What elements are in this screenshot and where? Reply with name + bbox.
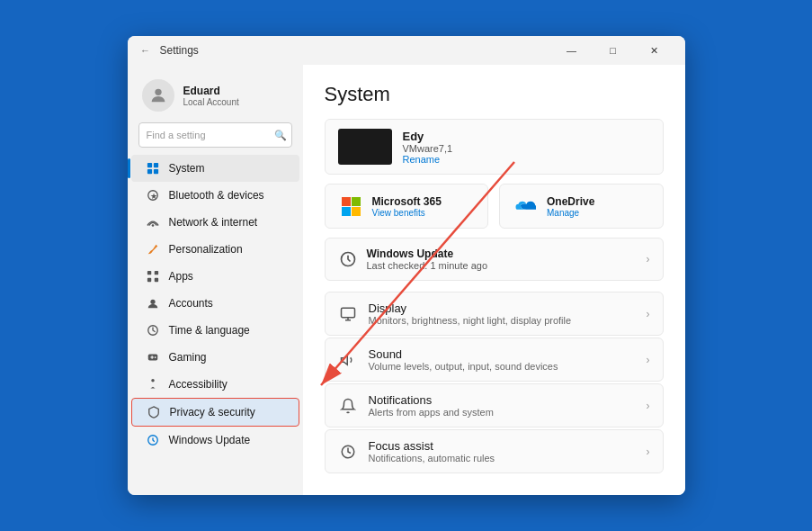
svg-rect-11 — [154, 278, 157, 282]
ms365-icon — [338, 194, 363, 219]
time-icon — [146, 323, 160, 338]
page-title: System — [325, 83, 664, 106]
nav-item-network[interactable]: Network & internet — [131, 209, 299, 236]
sound-icon — [338, 350, 358, 370]
update-sub: Last checked: 1 minute ago — [367, 260, 638, 271]
search-icon: 🔍 — [274, 130, 287, 141]
svg-rect-9 — [154, 271, 157, 274]
nav-label-bluetooth: Bluetooth & devices — [169, 189, 264, 202]
update-arrow-icon: › — [647, 253, 650, 266]
bluetooth-icon: ★ — [146, 188, 160, 202]
settings-window: ← Settings — □ ✕ — [128, 36, 685, 495]
nav-item-gaming[interactable]: Gaming — [131, 344, 299, 371]
svg-rect-23 — [352, 207, 361, 216]
user-icon — [148, 86, 168, 105]
close-button[interactable]: ✕ — [635, 36, 674, 65]
nav-item-accessibility[interactable]: Accessibility — [131, 371, 299, 398]
svg-rect-10 — [147, 278, 150, 282]
device-rename-link[interactable]: Rename — [403, 154, 650, 165]
notifications-text: Notifications Alerts from apps and syste… — [369, 393, 636, 418]
nav-label-time: Time & language — [169, 324, 250, 337]
onedrive-sub[interactable]: Manage — [547, 208, 650, 218]
nav-label-gaming: Gaming — [169, 351, 207, 364]
nav-item-windows-update[interactable]: Windows Update — [131, 427, 299, 454]
maximize-button[interactable]: □ — [593, 36, 633, 65]
ms365-card[interactable]: Microsoft 365 View benefits — [325, 184, 489, 229]
notifications-arrow-icon: › — [647, 400, 650, 412]
nav-label-apps: Apps — [169, 270, 193, 283]
system-icon — [146, 161, 160, 176]
svg-rect-3 — [147, 169, 151, 174]
notifications-name: Notifications — [369, 393, 636, 407]
nav-label-personalization: Personalization — [169, 243, 243, 256]
nav-label-windows-update: Windows Update — [169, 434, 251, 446]
svg-rect-2 — [153, 163, 157, 167]
nav-item-personalization[interactable]: Personalization — [131, 236, 299, 263]
search-box: 🔍 — [138, 122, 292, 148]
back-button[interactable]: ← — [138, 43, 153, 58]
avatar — [142, 79, 174, 112]
sound-section[interactable]: Sound Volume levels, output, input, soun… — [325, 338, 664, 382]
onedrive-icon — [513, 194, 538, 219]
svg-rect-20 — [342, 197, 351, 206]
user-account-type: Local Account — [183, 97, 239, 107]
minimize-button[interactable]: — — [552, 36, 592, 65]
window-controls: — □ ✕ — [552, 36, 674, 65]
nav-label-system: System — [169, 162, 205, 175]
device-model: VMware7,1 — [403, 143, 650, 154]
svg-rect-8 — [147, 271, 150, 274]
notifications-section[interactable]: Notifications Alerts from apps and syste… — [325, 383, 664, 428]
svg-rect-25 — [341, 308, 354, 318]
notifications-desc: Alerts from apps and system — [369, 407, 636, 418]
device-info: Edy VMware7,1 Rename — [403, 130, 650, 165]
windows-update-card[interactable]: Windows Update Last checked: 1 minute ag… — [325, 238, 664, 281]
svg-rect-22 — [342, 207, 351, 216]
gaming-icon — [146, 350, 160, 364]
focus-text: Focus assist Notifications, automatic ru… — [369, 439, 636, 464]
nav-item-time[interactable]: Time & language — [131, 317, 299, 344]
onedrive-info: OneDrive Manage — [547, 195, 650, 218]
onedrive-name: OneDrive — [547, 195, 650, 208]
device-name: Edy — [403, 130, 650, 143]
nav-label-accounts: Accounts — [169, 297, 213, 310]
sound-text: Sound Volume levels, output, input, soun… — [369, 347, 636, 372]
update-name: Windows Update — [367, 248, 638, 260]
nav-item-apps[interactable]: Apps — [131, 263, 299, 290]
focus-section[interactable]: Focus assist Notifications, automatic ru… — [325, 429, 664, 473]
svg-point-7 — [151, 224, 154, 227]
focus-desc: Notifications, automatic rules — [369, 453, 636, 464]
nav-item-accounts[interactable]: Accounts — [131, 290, 299, 317]
device-thumbnail — [338, 129, 392, 165]
privacy-icon — [147, 405, 161, 419]
search-input[interactable] — [138, 122, 292, 148]
svg-point-0 — [155, 89, 161, 95]
titlebar: ← Settings — □ ✕ — [128, 36, 685, 65]
user-info: Eduard Local Account — [183, 85, 239, 107]
sound-desc: Volume levels, output, input, sound devi… — [369, 361, 636, 372]
display-section[interactable]: Display Monitors, brightness, night ligh… — [325, 292, 664, 336]
display-desc: Monitors, brightness, night light, displ… — [369, 315, 636, 326]
sound-arrow-icon: › — [647, 354, 650, 366]
brush-icon — [146, 242, 160, 256]
ms365-name: Microsoft 365 — [372, 195, 476, 208]
svg-rect-4 — [153, 169, 157, 174]
svg-rect-21 — [352, 197, 361, 206]
nav-item-privacy[interactable]: Privacy & security — [131, 398, 299, 427]
onedrive-card[interactable]: OneDrive Manage — [499, 184, 664, 229]
focus-name: Focus assist — [369, 439, 636, 453]
nav-item-bluetooth[interactable]: ★ Bluetooth & devices — [131, 182, 299, 209]
svg-text:★: ★ — [150, 192, 157, 201]
windows-update-icon — [146, 433, 160, 447]
nav-item-system[interactable]: System — [131, 155, 299, 182]
display-icon — [338, 304, 358, 324]
apps-icon — [146, 269, 160, 284]
main-layout: Eduard Local Account 🔍 System — [128, 65, 685, 495]
sidebar: Eduard Local Account 🔍 System — [128, 65, 303, 495]
svg-point-17 — [154, 356, 156, 358]
notifications-icon — [338, 396, 358, 416]
display-name: Display — [369, 302, 636, 315]
device-card[interactable]: Edy VMware7,1 Rename — [325, 119, 664, 175]
ms365-sub[interactable]: View benefits — [372, 208, 476, 218]
update-info: Windows Update Last checked: 1 minute ag… — [367, 248, 638, 271]
ms365-info: Microsoft 365 View benefits — [372, 195, 476, 218]
